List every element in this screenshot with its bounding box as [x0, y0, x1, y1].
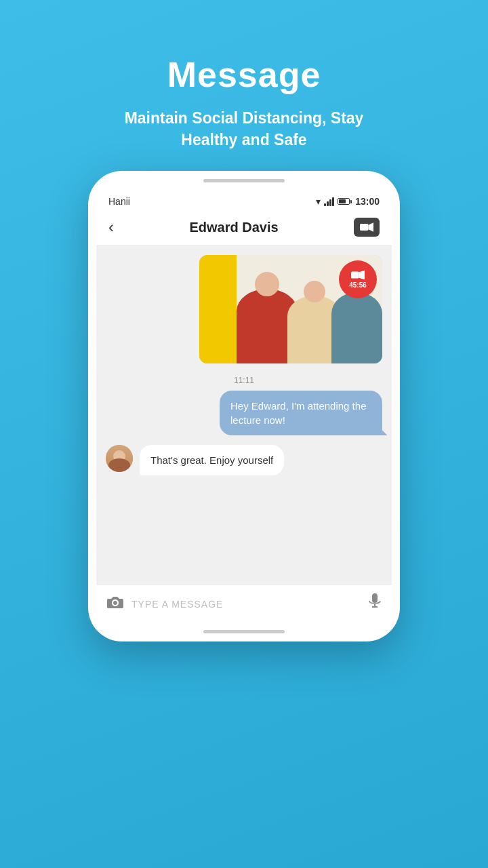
chat-body: 45:56 11:11 Hey Edward, I'm attending th… [96, 245, 392, 585]
chat-header: ‹ Edward Davis [96, 211, 392, 245]
back-button[interactable]: ‹ [108, 218, 114, 237]
received-message-row: That's great. Enjoy yourself [106, 445, 382, 475]
microphone-icon [369, 593, 381, 611]
video-duration-badge: 45:56 [339, 260, 377, 298]
avatar [106, 445, 133, 472]
microphone-button[interactable] [369, 593, 381, 615]
person3-silhouette [331, 292, 382, 363]
status-bar: Hanii ▾ 13:00 [96, 189, 392, 211]
message-input[interactable]: TYPE A MESSAGE [131, 599, 361, 610]
phone-notch-top [203, 179, 285, 182]
input-bar: TYPE A MESSAGE [96, 585, 392, 623]
avatar-face [106, 445, 133, 472]
video-duration: 45:56 [349, 281, 367, 289]
svg-rect-0 [360, 224, 369, 231]
svg-marker-3 [359, 271, 365, 279]
svg-rect-2 [351, 272, 359, 279]
received-message-bubble: That's great. Enjoy yourself [140, 445, 284, 475]
video-camera-icon [360, 222, 373, 233]
sticky-note [199, 255, 237, 363]
camera-button[interactable] [107, 595, 123, 613]
video-play-icon [351, 270, 365, 280]
battery-icon [338, 198, 352, 205]
page-subtitle: Maintain Social Distancing, Stay Healthy… [95, 107, 393, 151]
video-message[interactable]: 45:56 [199, 255, 382, 363]
phone-screen: Hanii ▾ 13:00 ‹ Edward [96, 189, 392, 623]
sent-message-bubble: Hey Edward, I'm attending the lecture no… [220, 391, 382, 435]
contact-name: Edward Davis [189, 220, 278, 235]
signal-icon [324, 197, 334, 206]
phone-notch-bottom [203, 630, 285, 633]
status-time: 13:00 [355, 196, 380, 207]
header-section: Message Maintain Social Distancing, Stay… [95, 0, 393, 171]
video-thumbnail: 45:56 [199, 255, 382, 363]
wifi-icon: ▾ [316, 196, 321, 207]
phone-mockup: Hanii ▾ 13:00 ‹ Edward [88, 171, 400, 642]
svg-rect-4 [372, 593, 378, 603]
svg-marker-1 [368, 223, 373, 232]
camera-icon [107, 595, 123, 609]
page-title: Message [95, 54, 393, 95]
chat-spacer [106, 485, 382, 578]
status-icons: ▾ 13:00 [316, 196, 380, 207]
video-call-button[interactable] [354, 218, 380, 237]
status-app-name: Hanii [108, 196, 130, 207]
message-timestamp: 11:11 [106, 376, 382, 385]
